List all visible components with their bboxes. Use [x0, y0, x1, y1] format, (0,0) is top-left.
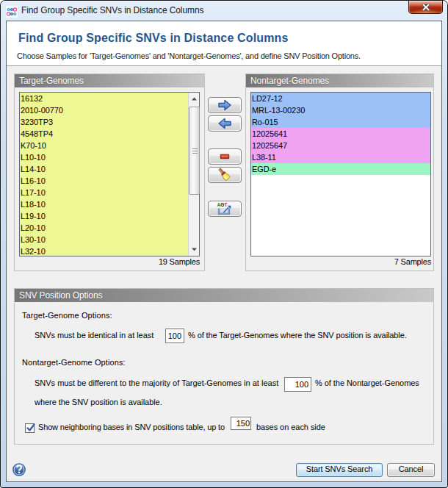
svg-text:T: T [225, 202, 228, 207]
